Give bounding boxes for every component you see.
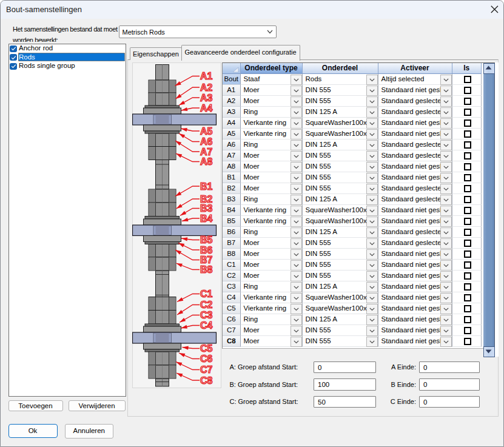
svg-text:B4: B4 — [200, 213, 213, 223]
svg-text:B2: B2 — [200, 193, 213, 204]
svg-text:A7: A7 — [200, 146, 213, 156]
svg-text:C4: C4 — [200, 320, 213, 331]
svg-text:A5: A5 — [200, 126, 213, 136]
svg-text:A2: A2 — [200, 82, 213, 92]
svg-text:A3: A3 — [200, 92, 213, 103]
svg-text:C3: C3 — [200, 310, 213, 320]
svg-text:C8: C8 — [200, 375, 213, 385]
svg-text:B1: B1 — [200, 181, 213, 191]
svg-text:C6: C6 — [200, 354, 213, 364]
svg-text:C7: C7 — [200, 365, 213, 375]
svg-text:C2: C2 — [200, 300, 213, 310]
svg-text:C1: C1 — [200, 289, 213, 299]
svg-text:A4: A4 — [200, 103, 213, 113]
svg-text:A1: A1 — [200, 71, 213, 81]
svg-text:B3: B3 — [200, 203, 213, 213]
svg-text:C5: C5 — [200, 343, 213, 354]
svg-text:A8: A8 — [200, 156, 213, 167]
svg-text:B8: B8 — [200, 264, 213, 275]
svg-text:B7: B7 — [200, 255, 213, 265]
svg-text:B6: B6 — [200, 244, 213, 255]
svg-text:A6: A6 — [200, 136, 213, 147]
svg-text:B5: B5 — [200, 235, 213, 245]
